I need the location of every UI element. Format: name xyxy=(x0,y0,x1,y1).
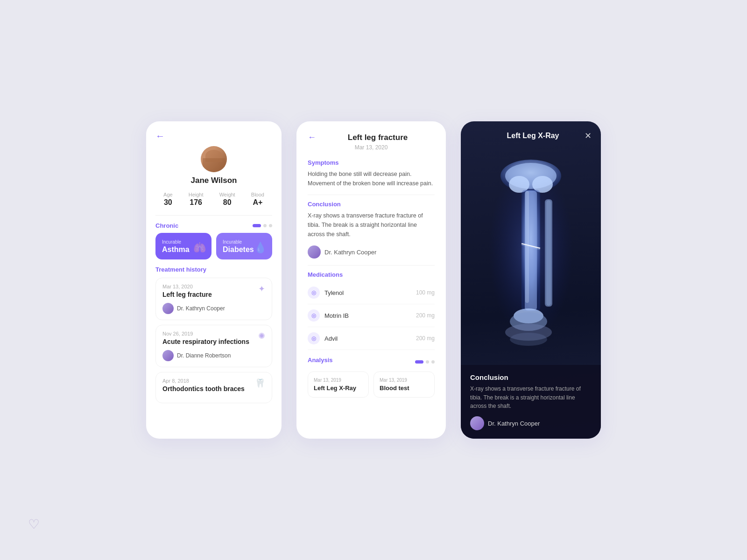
chronic-cards: Incurable Asthma 🫁 Incurable Diabetes 💧 xyxy=(146,233,282,259)
xray-svg xyxy=(484,157,578,353)
svg-point-14 xyxy=(510,333,547,346)
treatment-section: Treatment history Mar 13, 2020 Left leg … xyxy=(146,259,282,403)
analysis-card-1[interactable]: Mar 13, 2019 Blood test xyxy=(374,371,435,398)
divider-2 xyxy=(308,265,435,266)
xray-doctor-avatar xyxy=(470,416,484,430)
xray-panel: Left Leg X-Ray ✕ xyxy=(461,121,601,439)
symptoms-section-title: Symptoms xyxy=(308,159,435,166)
treatment-icon-0: ✦ xyxy=(258,284,265,294)
treatment-icon-2: 🦷 xyxy=(255,378,265,388)
stat-blood: Blood A+ xyxy=(251,192,264,207)
app-logo: ♡ xyxy=(28,517,40,532)
svg-rect-8 xyxy=(546,200,551,306)
conclusion-section-title: Conclusion xyxy=(308,201,435,208)
diabetes-icon: 💧 xyxy=(254,242,267,254)
back-button[interactable]: ← xyxy=(155,131,165,141)
divider-1 xyxy=(308,195,435,195)
medication-1[interactable]: ◎ Motrin IB 200 mg xyxy=(308,304,435,327)
analysis-cards: Mar 13, 2019 Left Leg X-Ray Mar 13, 2019… xyxy=(308,371,435,398)
patient-stats: Age 30 Height 176 Weight 80 Blood A+ xyxy=(155,192,272,207)
xray-header: Left Leg X-Ray ✕ xyxy=(461,121,601,146)
medication-icon-1: ◎ xyxy=(308,309,320,322)
analysis-title: Analysis xyxy=(308,357,332,364)
analysis-section: Analysis Mar 13, 2019 Left Leg X-Ray Mar… xyxy=(308,357,435,398)
stat-age: Age 30 xyxy=(163,192,173,207)
conclusion-text: X-ray shows a transverse fracture fractu… xyxy=(308,211,435,239)
chronic-card-diabetes[interactable]: Incurable Diabetes 💧 xyxy=(216,233,272,259)
xray-close-button[interactable]: ✕ xyxy=(585,131,592,141)
analysis-dot-active xyxy=(415,360,423,364)
analysis-card-0[interactable]: Mar 13, 2019 Left Leg X-Ray xyxy=(308,371,369,398)
xray-doctor-name: Dr. Kathryn Cooper xyxy=(488,420,540,427)
dot-active xyxy=(253,224,261,227)
svg-rect-15 xyxy=(525,191,529,303)
xray-image xyxy=(461,146,601,365)
analysis-dot-2 xyxy=(431,360,435,364)
xray-conclusion-text: X-ray shows a transverse fracture fractu… xyxy=(470,385,592,411)
chronic-card-asthma[interactable]: Incurable Asthma 🫁 xyxy=(155,233,211,259)
treatment-card-1[interactable]: Nov 26, 2019 Acute respiratory infection… xyxy=(155,325,272,367)
patient-name: Jane Wilson xyxy=(155,176,272,185)
analysis-dot-1 xyxy=(426,360,429,364)
dot-1 xyxy=(263,224,267,227)
detail-header: ← Left leg fracture xyxy=(308,133,435,142)
asthma-icon: 🫁 xyxy=(193,242,206,254)
doctor-avatar-0 xyxy=(162,303,174,314)
treatment-card-0[interactable]: Mar 13, 2020 Left leg fracture Dr. Kathr… xyxy=(155,278,272,320)
medication-0[interactable]: ◎ Tylenol 100 mg xyxy=(308,281,435,304)
stat-height: Height 176 xyxy=(189,192,204,207)
medication-2[interactable]: ◎ Advil 200 mg xyxy=(308,327,435,350)
doctor-avatar-1 xyxy=(162,350,174,361)
xray-footer: Conclusion X-ray shows a transverse frac… xyxy=(461,365,601,439)
chronic-pagination xyxy=(253,224,272,227)
medications-section-title: Medications xyxy=(308,271,435,278)
treatment-card-2[interactable]: Apr 8, 2018 Orthodontics tooth braces 🦷 xyxy=(155,372,272,403)
stat-weight: Weight 80 xyxy=(219,192,235,207)
patient-avatar xyxy=(201,146,227,172)
detail-date: Mar 13, 2020 xyxy=(308,144,435,151)
chronic-section-header: Chronic xyxy=(146,216,282,233)
treatment-section-title: Treatment history xyxy=(155,266,272,273)
treatment-icon-1: ✺ xyxy=(258,331,265,341)
analysis-header: Analysis xyxy=(308,357,435,367)
dot-2 xyxy=(269,224,272,227)
xray-doctor-row: Dr. Kathryn Cooper xyxy=(470,416,592,430)
detail-back-button[interactable]: ← xyxy=(308,133,316,142)
detail-doctor-name: Dr. Kathryn Cooper xyxy=(324,249,376,256)
detail-title: Left leg fracture xyxy=(321,133,435,142)
xray-conclusion-title: Conclusion xyxy=(470,373,592,381)
doctor-row-1: Dr. Dianne Robertson xyxy=(162,350,265,361)
xray-bone-illustration xyxy=(461,146,601,365)
detail-doctor-avatar xyxy=(308,245,321,259)
patient-profile-panel: ← Jane Wilson Age 30 Height 176 Weight 8… xyxy=(146,121,282,439)
detail-doctor-row: Dr. Kathryn Cooper xyxy=(308,245,435,259)
detail-panel: ← Left leg fracture Mar 13, 2020 Symptom… xyxy=(296,121,446,439)
symptoms-text: Holding the bone still will decrease pai… xyxy=(308,169,435,188)
xray-title: Left Leg X-Ray xyxy=(481,132,585,140)
chronic-title: Chronic xyxy=(155,222,178,229)
medication-icon-2: ◎ xyxy=(308,332,320,344)
analysis-pagination xyxy=(415,360,435,364)
doctor-row-0: Dr. Kathryn Cooper xyxy=(162,303,265,314)
medication-icon-0: ◎ xyxy=(308,287,320,299)
